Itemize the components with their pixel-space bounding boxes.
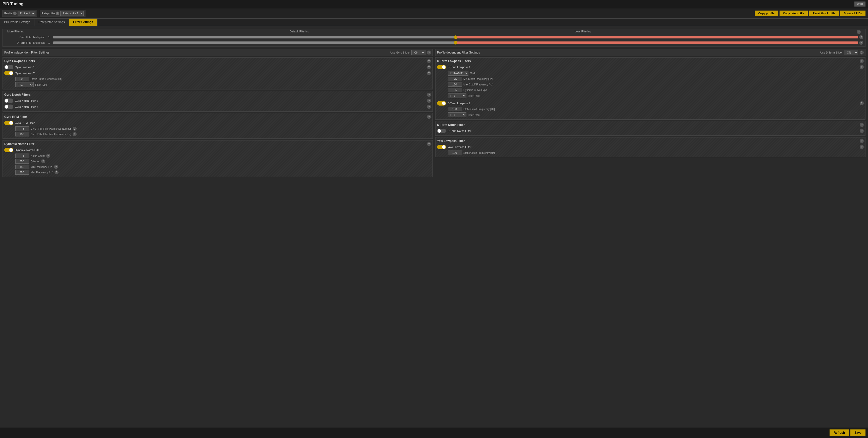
- rateprofile-help-icon[interactable]: ?: [56, 11, 59, 15]
- dterm-lp1-minfreq-input[interactable]: [448, 76, 462, 81]
- copy-rateprofile-button[interactable]: Copy rateprofile: [779, 10, 808, 16]
- top-bar: PID Tuning WIKI: [0, 0, 868, 8]
- gyro-lp2-toggle[interactable]: [4, 71, 13, 75]
- gyro-rpm-harmonics-input[interactable]: [15, 126, 29, 131]
- gyro-slider-thumb[interactable]: [454, 35, 457, 39]
- dynamic-notch-label: Dynamic Notch Filter: [15, 149, 431, 152]
- dynamic-notch-toggle[interactable]: [4, 148, 13, 152]
- dterm-lp1-maxfreq-input[interactable]: [448, 82, 462, 87]
- gyro-notch1-toggle[interactable]: [4, 98, 13, 103]
- gyro-rpm-minfreq-help[interactable]: ?: [73, 132, 76, 136]
- gyro-rpm-help[interactable]: ?: [427, 115, 431, 119]
- dterm-lp2-toggle[interactable]: [437, 101, 446, 105]
- rateprofile-group: Rateprofile ? Rateprofile 1 Rateprofile …: [40, 10, 86, 17]
- dterm-lp-title: D Term Lowpass Filters: [437, 59, 471, 63]
- notch-count-help[interactable]: ?: [46, 154, 50, 158]
- dterm-lp2-freq-input[interactable]: [448, 107, 462, 111]
- max-freq-input[interactable]: [15, 170, 29, 175]
- reset-profile-button[interactable]: Reset this Profile: [809, 10, 839, 16]
- gyro-slider-help[interactable]: ?: [427, 51, 431, 55]
- dterm-lp-help[interactable]: ?: [860, 59, 864, 63]
- dterm-notch-filter-help[interactable]: ?: [860, 129, 864, 133]
- dterm-lp1-expo-input[interactable]: [448, 88, 462, 92]
- gyro-lp2-help[interactable]: ?: [427, 71, 431, 75]
- yaw-lp-filter-help[interactable]: ?: [860, 145, 864, 149]
- gyro-notch-help[interactable]: ?: [427, 93, 431, 97]
- independent-label: Profile independent Filter Settings: [4, 51, 50, 54]
- less-filtering-label: Less Filtering: [575, 30, 591, 34]
- show-all-pids-button[interactable]: Show all PIDs: [840, 10, 866, 16]
- refresh-button[interactable]: Refresh: [830, 430, 849, 436]
- gyro-notch2-label: Gyro Notch Filter 2: [15, 105, 426, 108]
- dterm-lp2-label: D Term Lowpass 2: [447, 102, 858, 105]
- dterm-multiplier-help[interactable]: ?: [859, 41, 863, 45]
- gyro-notch2-help[interactable]: ?: [427, 105, 431, 109]
- use-gyro-slider-select[interactable]: ON OFF: [411, 50, 426, 55]
- save-button[interactable]: Save: [850, 430, 866, 436]
- min-freq-help[interactable]: ?: [54, 165, 58, 169]
- gyro-rpm-minfreq-label: Gyro RPM Filter Min Frequency [Hz]: [31, 133, 71, 136]
- tab-rateprofile[interactable]: Rateprofile Settings: [34, 19, 69, 26]
- dterm-notch-toggle[interactable]: [437, 129, 446, 133]
- dterm-lp1-minfreq-row: Min Cutoff Frequency [Hz]: [437, 76, 864, 82]
- yaw-lp-freq-label: Static Cutoff Frequency [Hz]: [463, 152, 495, 154]
- gyro-lowpass-help[interactable]: ?: [427, 59, 431, 63]
- dterm-notch-help[interactable]: ?: [860, 123, 864, 127]
- more-filtering-label: More Filtering: [7, 30, 24, 34]
- dterm-notch-title: D Term Notch Filter: [437, 123, 465, 127]
- gyro-rpm-harmonics-help[interactable]: ?: [73, 127, 76, 131]
- q-factor-input[interactable]: [15, 159, 29, 164]
- gyro-notch-title: Gyro Notch Filters: [4, 93, 31, 96]
- rateprofile-select[interactable]: Rateprofile 1 Rateprofile 2: [60, 11, 84, 16]
- gyro-lp1-row: Gyro Lowpass 1 ?: [4, 64, 431, 70]
- dterm-lp1-filtertype-select[interactable]: PT1 BIQUAD: [448, 93, 466, 98]
- tab-pid-profile[interactable]: PID Profile Settings: [0, 19, 34, 26]
- gyro-notch1-help[interactable]: ?: [427, 99, 431, 103]
- gyro-multiplier-help[interactable]: ?: [859, 35, 863, 39]
- yaw-lp-toggle[interactable]: [437, 145, 446, 149]
- right-column: Profile dependent Filter Settings Use D …: [435, 49, 866, 179]
- profile-help-icon[interactable]: ?: [13, 11, 17, 15]
- use-dterm-slider-label: Use D Term Slider: [820, 51, 843, 54]
- dterm-notch-row: D Term Notch Filter ?: [437, 128, 864, 134]
- dterm-lp1-row: D Term Lowpass 1 ?: [437, 64, 864, 70]
- gyro-lp1-help[interactable]: ?: [427, 65, 431, 69]
- yaw-lp-freq-input[interactable]: [448, 151, 462, 155]
- bottom-bar: Refresh Save: [0, 427, 868, 438]
- app-title: PID Tuning: [2, 2, 855, 6]
- dterm-multiplier-label: D Term Filter Multiplier:: [5, 41, 45, 44]
- yaw-lp-help[interactable]: ?: [860, 139, 864, 143]
- dterm-lp1-mode-select[interactable]: DYNAMIC STATIC: [448, 71, 468, 75]
- min-freq-input[interactable]: [15, 165, 29, 169]
- filter-columns: Profile independent Filter Settings Use …: [2, 49, 866, 179]
- gyro-lp2-freq-input[interactable]: [15, 76, 29, 81]
- dterm-lp1-filtertype-row: PT1 BIQUAD Filter Type: [437, 93, 864, 99]
- gyro-lp2-filter-type-select[interactable]: PT1 BIQUAD: [15, 82, 34, 87]
- tab-filter-settings[interactable]: Filter Settings: [69, 19, 97, 26]
- gyro-lp1-toggle[interactable]: [4, 65, 13, 69]
- dterm-lp2-filtertype-label: Filter Type: [468, 114, 480, 116]
- dterm-lp2-help[interactable]: ?: [860, 101, 864, 105]
- dterm-lp2-filtertype-select[interactable]: PT1 BIQUAD: [448, 112, 466, 117]
- gyro-rpm-minfreq-input[interactable]: [15, 132, 29, 136]
- dterm-lp1-toggle[interactable]: [437, 65, 446, 69]
- q-factor-help[interactable]: ?: [41, 159, 45, 163]
- copy-profile-button[interactable]: Copy profile: [755, 10, 778, 16]
- help-icon-sliders[interactable]: ?: [857, 30, 861, 34]
- profile-select[interactable]: Profile 1 Profile 2 Profile 3: [18, 11, 35, 16]
- notch-count-input[interactable]: [15, 154, 29, 158]
- gyro-notch2-toggle[interactable]: [4, 104, 13, 109]
- slider-labels: More Filtering Default Filtering Less Fi…: [5, 30, 863, 34]
- dterm-lp1-help[interactable]: ?: [860, 65, 864, 69]
- dynamic-notch-help[interactable]: ?: [427, 142, 431, 146]
- dterm-slider-thumb[interactable]: [454, 41, 457, 44]
- max-freq-help[interactable]: ?: [55, 170, 59, 175]
- min-freq-label: Min Frequency [Hz]: [31, 166, 53, 168]
- dterm-notch-label: D Term Notch Filter: [447, 129, 858, 132]
- wiki-button[interactable]: WIKI: [855, 1, 866, 6]
- use-dterm-slider-select[interactable]: ON OFF: [844, 50, 858, 55]
- yaw-lowpass-section: Yaw Lowpass Filter ? Yaw Lowpass Filter …: [435, 137, 866, 157]
- dterm-slider-help[interactable]: ?: [860, 51, 864, 55]
- gyro-rpm-toggle[interactable]: [4, 121, 13, 125]
- gyro-rpm-label: Gyro RPM Filter: [15, 121, 431, 124]
